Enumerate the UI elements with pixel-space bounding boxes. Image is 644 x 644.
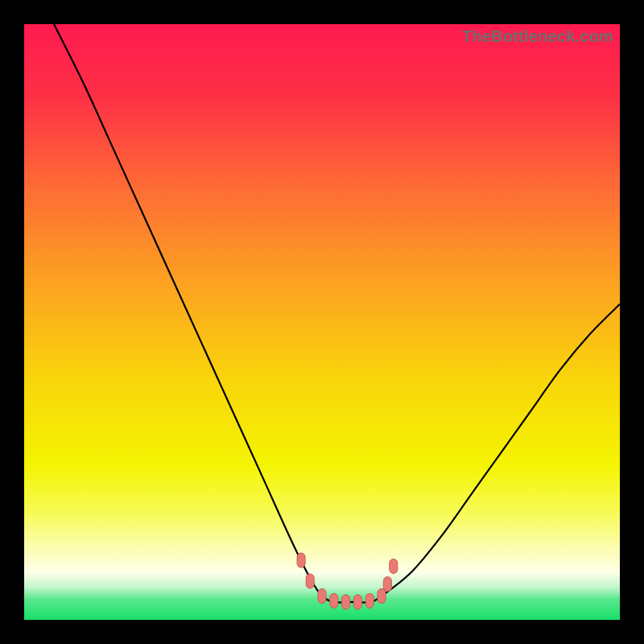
marker-point <box>378 588 386 603</box>
chart-frame: TheBottleneck.com <box>0 0 644 644</box>
marker-point <box>383 577 391 592</box>
marker-point <box>306 574 314 588</box>
bottleneck-curve <box>54 24 620 602</box>
plot-area: TheBottleneck.com <box>24 24 620 620</box>
marker-point <box>390 559 398 573</box>
marker-point <box>353 595 361 609</box>
highlight-markers <box>297 553 398 609</box>
marker-point <box>297 553 305 568</box>
curve-layer <box>24 24 620 620</box>
marker-point <box>318 588 326 603</box>
marker-point <box>342 595 350 609</box>
marker-point <box>330 593 338 608</box>
marker-point <box>365 593 374 608</box>
